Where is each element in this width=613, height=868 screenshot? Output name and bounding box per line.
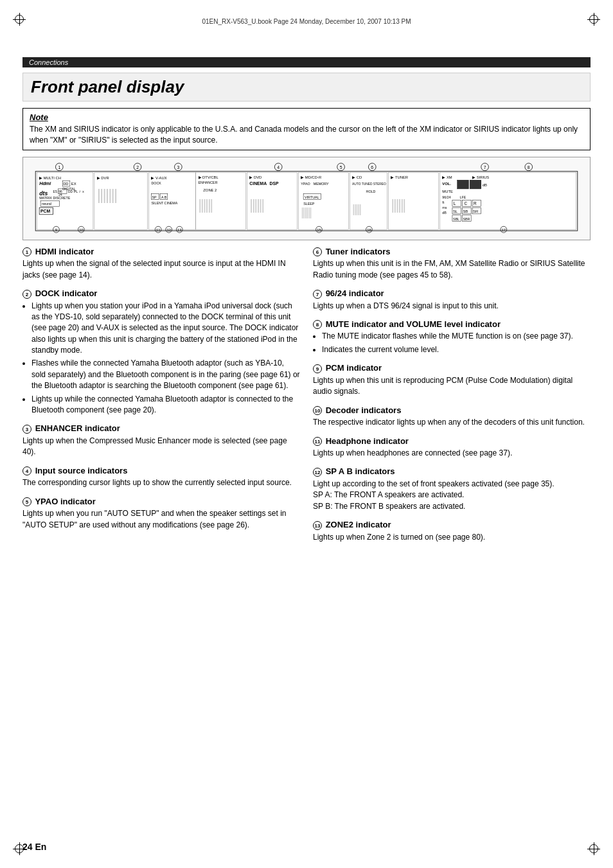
section-8-body: The MUTE indicator flashes while the MUT…	[313, 331, 591, 355]
panel-diagram: 1 2 3 4 5 6 7 8 ▶ MULTI CH Hdmi DD EX DI…	[22, 157, 591, 240]
section-11: 11 Headphone indicator Lights up when he…	[313, 436, 591, 459]
page-number: 24 En	[22, 842, 46, 852]
svg-text:dB: dB	[483, 183, 487, 187]
section-11-num: 11	[313, 437, 322, 446]
svg-text:ms: ms	[442, 206, 447, 209]
svg-text:C: C	[464, 201, 467, 206]
section-4-title: 4 Input source indicators	[22, 466, 300, 476]
svg-text:|||||: |||||	[352, 202, 360, 215]
svg-text:DSP: DSP	[270, 181, 279, 186]
svg-text:Hdmi: Hdmi	[39, 181, 51, 186]
svg-text:ZONE 2: ZONE 2	[203, 188, 217, 191]
section-13-body: Lights up when Zone 2 is turned on (see …	[313, 532, 591, 543]
section-9: 9 PCM indicator Lights up when this unit…	[313, 363, 591, 397]
svg-text:DD: DD	[63, 182, 68, 186]
svg-text:▶ V-AUX: ▶ V-AUX	[151, 176, 166, 180]
svg-rect-94	[458, 180, 469, 189]
svg-text:SBL: SBL	[453, 217, 459, 220]
svg-text:ENHANCER: ENHANCER	[199, 181, 218, 184]
section-7-body: Lights up when a DTS 96/24 signal is inp…	[313, 301, 591, 312]
section-10: 10 Decoder indicators The respective ind…	[313, 405, 591, 429]
svg-text:EX: EX	[71, 182, 76, 186]
svg-text:VIRTUAL: VIRTUAL	[305, 195, 319, 199]
section-13-num: 13	[313, 521, 322, 530]
section-9-title: 9 PCM indicator	[313, 363, 591, 373]
section-6-body: Lights up when this unit is in the FM, A…	[313, 258, 591, 281]
svg-text:▶ DVR: ▶ DVR	[97, 176, 109, 180]
svg-text:MUTE: MUTE	[442, 189, 453, 193]
svg-text:||||||: ||||||	[249, 197, 263, 213]
svg-text:HOLD: HOLD	[366, 189, 376, 193]
section-7-title: 7 96/24 indicator	[313, 288, 591, 299]
svg-text:13: 13	[177, 228, 181, 232]
svg-text:A B: A B	[161, 195, 167, 199]
svg-text:PCM: PCM	[40, 209, 50, 213]
svg-text:SL: SL	[453, 209, 458, 213]
corner-mark-tl	[13, 13, 26, 26]
list-item: Lights up when you station your iPod in …	[31, 301, 300, 357]
section-10-title: 10 Decoder indicators	[313, 405, 591, 416]
section-1-num: 1	[22, 247, 31, 256]
svg-text:▶ DTV/CBL: ▶ DTV/CBL	[199, 175, 219, 179]
section-5-body: Lights up when you run "AUTO SETUP" and …	[22, 508, 300, 531]
svg-text:▶ CD: ▶ CD	[352, 175, 362, 179]
svg-text:96/24: 96/24	[442, 195, 450, 199]
svg-text:||||||: ||||||	[199, 197, 213, 213]
svg-text:SR: SR	[473, 209, 478, 213]
svg-text:DD: DD	[68, 190, 73, 193]
svg-text:2: 2	[136, 164, 139, 169]
svg-text:12: 12	[166, 228, 170, 232]
svg-text:SP: SP	[152, 195, 157, 199]
section-3-num: 3	[22, 425, 31, 434]
section-5: 5 YPAO indicator Lights up when you run …	[22, 497, 300, 531]
section-6-num: 6	[313, 247, 322, 256]
svg-text:4: 4	[277, 164, 280, 169]
svg-text:16: 16	[367, 228, 371, 232]
svg-text:DOCK: DOCK	[151, 181, 161, 185]
svg-text:▶ MULTI CH: ▶ MULTI CH	[39, 176, 61, 180]
corner-mark-tr	[587, 13, 600, 26]
svg-text:6: 6	[371, 164, 373, 169]
corner-mark-br	[587, 842, 600, 855]
section-11-title: 11 Headphone indicator	[313, 436, 591, 447]
list-item: Indicates the current volume level.	[322, 344, 591, 355]
svg-text:dB: dB	[442, 210, 447, 214]
section-4-body: The corresponding cursor lights up to sh…	[22, 477, 300, 488]
svg-text:PL: PL	[74, 189, 78, 193]
svg-text:AUTO TUNED STEREO: AUTO TUNED STEREO	[352, 182, 386, 186]
svg-text:1: 1	[58, 164, 60, 169]
section-1-title: 1 HDMI indicator	[22, 247, 300, 257]
svg-text:▶ XM: ▶ XM	[442, 175, 452, 179]
svg-text:SILENT CINEMA: SILENT CINEMA	[151, 201, 177, 205]
section-6-title: 6 Tuner indicators	[313, 247, 591, 257]
section-2-num: 2	[22, 290, 31, 299]
section-13: 13 ZONE2 indicator Lights up when Zone 2…	[313, 520, 591, 543]
section-7: 7 96/24 indicator Lights up when a DTS 9…	[313, 288, 591, 312]
section-5-num: 5	[22, 497, 31, 506]
note-title: Note	[30, 112, 583, 122]
section-12-body: Light up according to the set of front s…	[313, 479, 591, 512]
svg-text:8: 8	[528, 164, 530, 169]
right-column: 6 Tuner indicators Lights up when this u…	[313, 247, 591, 551]
list-item: Lights up while the connected Yamaha Blu…	[31, 394, 300, 416]
list-item: Flashes while the connected Yamaha Bluet…	[31, 358, 300, 391]
svg-text:7: 7	[484, 164, 486, 169]
section-6: 6 Tuner indicators Lights up when this u…	[313, 247, 591, 281]
svg-text:neural: neural	[42, 202, 51, 206]
svg-text:SB: SB	[463, 209, 468, 213]
section-11-body: Lights up when headphones are connected …	[313, 448, 591, 459]
svg-text:▶ TUNER: ▶ TUNER	[391, 175, 408, 179]
section-8-title: 8 MUTE indicator and VOLUME level indica…	[313, 319, 591, 330]
section-12-title: 12 SP A B indicators	[313, 466, 591, 477]
svg-text:R: R	[474, 201, 477, 206]
svg-text:MATRIX DISCRETE: MATRIX DISCRETE	[39, 196, 71, 200]
svg-text:5: 5	[340, 164, 342, 169]
svg-rect-16	[35, 171, 577, 231]
svg-text:dts: dts	[39, 190, 48, 196]
section-12-num: 12	[313, 468, 322, 477]
svg-text:MEMORY: MEMORY	[314, 182, 329, 186]
svg-text:3: 3	[177, 164, 179, 169]
svg-text:▶ MD/CD-R: ▶ MD/CD-R	[301, 175, 321, 179]
section-1: 1 HDMI indicator Lights up when the sign…	[22, 247, 300, 281]
section-4: 4 Input source indicators The correspond…	[22, 466, 300, 489]
